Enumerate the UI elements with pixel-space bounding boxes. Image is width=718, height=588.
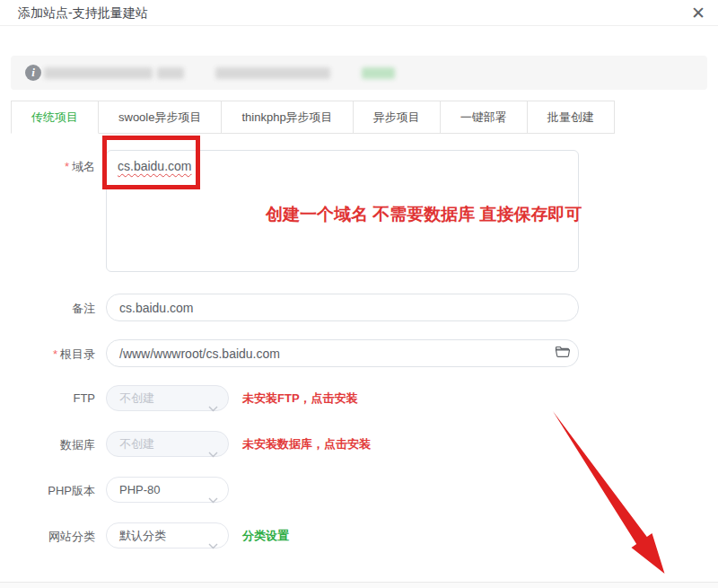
site-category-label: 网站分类 xyxy=(0,529,95,545)
tab-async-project[interactable]: 异步项目 xyxy=(354,101,441,134)
project-type-tabs: 传统项目 swoole异步项目 thinkphp异步项目 异步项目 一键部署 批… xyxy=(11,101,615,134)
database-install-link[interactable]: 未安装数据库，点击安装 xyxy=(242,436,371,452)
root-dir-label: *根目录 xyxy=(0,347,95,363)
database-select[interactable]: 不创建 xyxy=(106,431,229,457)
tutorial-annotation: 创建一个域名 不需要数据库 直接保存即可 xyxy=(266,203,582,226)
chevron-down-icon xyxy=(208,442,218,466)
dialog-footer-strip xyxy=(0,582,718,588)
add-site-dialog: 添加站点-支持批量建站 ✕ i 传统项目 swoole异步项目 thinkphp… xyxy=(0,0,718,588)
required-mark: * xyxy=(53,347,57,361)
domain-label: *域名 xyxy=(0,159,95,175)
category-settings-link[interactable]: 分类设置 xyxy=(242,528,289,544)
php-version-select[interactable]: PHP-80 xyxy=(106,477,229,503)
tab-one-click-deploy[interactable]: 一键部署 xyxy=(441,101,528,134)
redacted-text-block xyxy=(157,67,184,79)
tab-thinkphp-async-project[interactable]: thinkphp异步项目 xyxy=(222,101,353,134)
ftp-install-link[interactable]: 未安装FTP，点击安装 xyxy=(242,391,358,407)
dialog-title: 添加站点-支持批量建站 xyxy=(18,5,148,22)
tab-batch-create[interactable]: 批量创建 xyxy=(528,101,615,134)
root-dir-input[interactable] xyxy=(106,339,547,367)
php-version-label: PHP版本 xyxy=(0,483,95,499)
ftp-select[interactable]: 不创建 xyxy=(106,385,229,411)
tab-swoole-async-project[interactable]: swoole异步项目 xyxy=(99,101,222,134)
info-icon: i xyxy=(25,65,41,81)
redacted-text-block xyxy=(215,67,330,79)
ftp-label: FTP xyxy=(0,391,95,405)
tab-traditional-project[interactable]: 传统项目 xyxy=(11,101,99,134)
chevron-down-icon xyxy=(208,533,218,557)
info-banner: i xyxy=(11,56,707,90)
chevron-down-icon xyxy=(208,487,218,512)
chevron-down-icon xyxy=(208,396,218,420)
folder-icon xyxy=(555,346,570,362)
close-icon[interactable]: ✕ xyxy=(686,1,711,26)
dialog-header: 添加站点-支持批量建站 ✕ xyxy=(0,0,718,26)
redacted-text-block xyxy=(44,67,153,79)
required-mark: * xyxy=(65,160,69,173)
remark-input[interactable] xyxy=(106,294,579,321)
redacted-link-block xyxy=(362,67,395,79)
tutorial-arrow xyxy=(547,406,678,585)
browse-directory-button[interactable] xyxy=(547,339,579,367)
site-category-select[interactable]: 默认分类 xyxy=(106,522,229,549)
remark-label: 备注 xyxy=(0,301,95,317)
database-label: 数据库 xyxy=(0,437,95,453)
domain-value: cs.baidu.com xyxy=(118,159,191,173)
